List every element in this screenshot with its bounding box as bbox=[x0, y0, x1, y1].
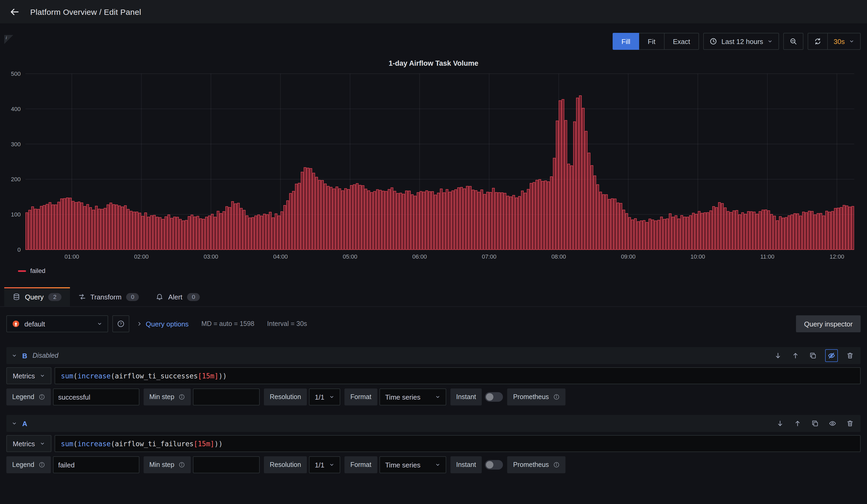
format-label-chip: Format bbox=[344, 388, 377, 405]
svg-text:11:00: 11:00 bbox=[760, 253, 774, 260]
duplicate-query-button[interactable] bbox=[810, 418, 820, 429]
resolution-select[interactable]: 1/1 bbox=[309, 456, 340, 473]
duplicate-query-button[interactable] bbox=[807, 350, 818, 361]
chevron-down-icon bbox=[435, 394, 440, 400]
query-b-header: B Disabled bbox=[6, 347, 861, 364]
code-token: )) bbox=[218, 372, 227, 380]
svg-text:0: 0 bbox=[18, 246, 21, 253]
svg-text:400: 400 bbox=[11, 106, 21, 112]
legend-label-chip: Legend bbox=[6, 388, 51, 405]
query-a-options-row: Legend Min step Resolution 1/1 Format Ti… bbox=[6, 456, 861, 473]
copy-icon bbox=[811, 420, 819, 427]
query-a-header: A bbox=[6, 415, 861, 432]
zoom-out-button[interactable] bbox=[783, 33, 803, 50]
chevron-down-icon bbox=[97, 321, 102, 326]
datasource-name: default bbox=[24, 320, 92, 328]
toggle-query-visibility-button[interactable] bbox=[827, 418, 838, 429]
svg-text:?: ? bbox=[120, 322, 122, 326]
view-mode-fit-button[interactable]: Fit bbox=[639, 33, 665, 50]
time-series-chart[interactable]: 010020030040050001:0002:0003:0004:0005:0… bbox=[4, 71, 863, 266]
move-query-down-button[interactable] bbox=[775, 418, 785, 429]
legend-series-label[interactable]: failed bbox=[30, 267, 45, 275]
svg-text:04:00: 04:00 bbox=[273, 253, 288, 260]
legend-format-input[interactable] bbox=[53, 456, 139, 473]
query-inspector-button[interactable]: Query inspector bbox=[796, 315, 861, 332]
chevron-down-icon bbox=[435, 462, 440, 468]
back-button[interactable] bbox=[10, 7, 20, 17]
code-token: sum bbox=[61, 372, 73, 380]
code-token: ( bbox=[73, 440, 78, 448]
metrics-mode-select[interactable]: Metrics bbox=[6, 367, 51, 384]
legend-format-input[interactable] bbox=[53, 388, 139, 405]
query-ref-id[interactable]: B bbox=[22, 352, 27, 360]
copy-icon bbox=[809, 352, 817, 359]
query-status-label: Disabled bbox=[33, 352, 58, 359]
min-step-input[interactable] bbox=[193, 456, 260, 473]
tab-query[interactable]: Query 2 bbox=[4, 287, 70, 306]
instant-toggle[interactable] bbox=[485, 392, 503, 402]
bell-icon bbox=[156, 293, 163, 300]
transform-icon bbox=[78, 293, 86, 300]
datasource-help-button[interactable]: ? bbox=[113, 315, 129, 332]
resolution-label-chip: Resolution bbox=[264, 388, 307, 405]
svg-text:200: 200 bbox=[11, 176, 21, 183]
collapse-chevron-icon[interactable] bbox=[12, 421, 17, 426]
query-ref-id[interactable]: A bbox=[22, 419, 27, 427]
chevron-down-icon bbox=[329, 394, 334, 400]
code-token: ( bbox=[73, 372, 78, 380]
panel-info-corner-icon[interactable]: i bbox=[4, 35, 13, 44]
resolution-select[interactable]: 1/1 bbox=[309, 388, 340, 405]
collapse-chevron-icon[interactable] bbox=[12, 353, 17, 358]
tab-alert[interactable]: Alert 0 bbox=[148, 287, 208, 306]
grafana-panel-editor: Platform Overview / Edit Panel Fill Fit … bbox=[0, 0, 867, 504]
promql-expression-input[interactable]: sum(increase(airflow_ti_failures[15m])) bbox=[55, 435, 861, 452]
query-a-expression-row: Metrics sum(increase(airflow_ti_failures… bbox=[6, 435, 861, 452]
format-select[interactable]: Time series bbox=[379, 388, 446, 405]
svg-text:01:00: 01:00 bbox=[64, 253, 79, 260]
datasource-picker[interactable]: default bbox=[6, 315, 108, 332]
chevron-down-icon bbox=[40, 373, 45, 378]
view-mode-fill-button[interactable]: Fill bbox=[612, 33, 639, 50]
metrics-mode-label: Metrics bbox=[13, 372, 35, 380]
chevron-down-icon bbox=[849, 39, 854, 44]
toggle-query-visibility-button[interactable] bbox=[825, 349, 838, 362]
refresh-interval-picker[interactable]: 30s bbox=[828, 33, 861, 50]
failed-series-chart-svg[interactable]: 010020030040050001:0002:0003:0004:0005:0… bbox=[4, 71, 863, 265]
query-options-toggle[interactable]: Query options bbox=[137, 320, 189, 328]
svg-text:03:00: 03:00 bbox=[203, 253, 218, 260]
format-label-chip: Format bbox=[344, 456, 377, 473]
question-circle-icon: ? bbox=[117, 320, 125, 328]
resolution-label-chip: Resolution bbox=[264, 456, 307, 473]
refresh-button[interactable] bbox=[807, 33, 828, 50]
promql-expression-input[interactable]: sum(increase(airflow_ti_successes[15m])) bbox=[55, 367, 861, 384]
move-query-down-button[interactable] bbox=[773, 350, 783, 361]
move-query-up-button[interactable] bbox=[790, 350, 801, 361]
svg-text:10:00: 10:00 bbox=[691, 253, 705, 260]
time-range-picker[interactable]: Last 12 hours bbox=[704, 33, 779, 50]
tab-alert-label: Alert bbox=[168, 293, 182, 301]
tab-alert-count: 0 bbox=[187, 293, 200, 301]
svg-text:09:00: 09:00 bbox=[621, 253, 635, 260]
clock-icon bbox=[710, 37, 717, 45]
query-b-expression-row: Metrics sum(increase(airflow_ti_successe… bbox=[6, 367, 861, 384]
arrow-up-icon bbox=[794, 420, 801, 427]
metrics-mode-select[interactable]: Metrics bbox=[6, 435, 51, 452]
tab-transform[interactable]: Transform 0 bbox=[70, 287, 148, 306]
min-step-input[interactable] bbox=[193, 388, 260, 405]
code-token: airflow_ti_failures bbox=[115, 440, 193, 448]
min-step-label-chip: Min step bbox=[143, 388, 191, 405]
move-query-up-button[interactable] bbox=[792, 418, 803, 429]
editor-tabs: Query 2 Transform 0 Alert 0 bbox=[0, 287, 867, 307]
query-interval-summary: Interval = 30s bbox=[267, 320, 307, 328]
refresh-interval-label: 30s bbox=[834, 37, 845, 45]
edit-toolbar: Fill Fit Exact Last 12 hours 30s bbox=[0, 23, 867, 55]
view-mode-exact-button[interactable]: Exact bbox=[664, 33, 699, 50]
code-token: increase bbox=[77, 440, 110, 448]
svg-text:02:00: 02:00 bbox=[134, 253, 149, 260]
instant-toggle[interactable] bbox=[485, 460, 503, 470]
database-icon bbox=[13, 293, 20, 300]
trash-icon bbox=[846, 352, 854, 359]
format-select[interactable]: Time series bbox=[379, 456, 446, 473]
delete-query-button[interactable] bbox=[845, 350, 855, 361]
delete-query-button[interactable] bbox=[845, 418, 855, 429]
